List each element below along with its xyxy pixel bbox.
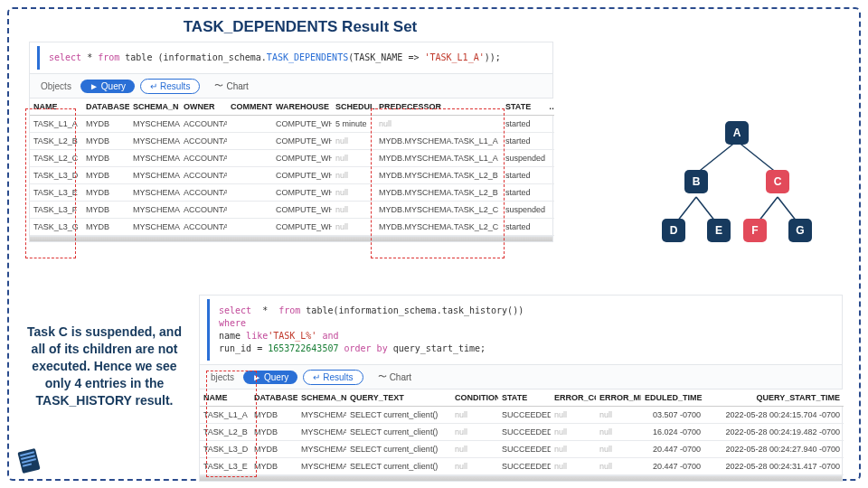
scrollbar-2[interactable] (200, 475, 842, 481)
col-header[interactable]: SCHEDULE (332, 99, 375, 116)
dependents-panel: select * from table (information_schema.… (29, 42, 553, 242)
table-row[interactable]: TASK_L3_GMYDBMYSCHEMAACCOUNTACOMPUTE_WHn… (30, 219, 554, 236)
table-row[interactable]: TASK_L1_AMYDBMYSCHEMAACCOUNTACOMPUTE_WH5… (30, 116, 554, 133)
history-panel: select * from table(information_schema.t… (199, 295, 843, 482)
svg-line-1 (737, 141, 778, 174)
table-row[interactable]: TASK_L3_FMYDBMYSCHEMAACCOUNTACOMPUTE_WHn… (30, 202, 554, 219)
explanation-text: Task C is suspended, and all of its chil… (25, 324, 184, 408)
col-header[interactable]: OWNER (180, 99, 227, 116)
col-header[interactable]: NAME (30, 99, 82, 116)
col-header[interactable]: NAME (200, 389, 250, 407)
objects-tab-2[interactable]: bjects (207, 371, 238, 384)
col-header[interactable]: SCHEMA_N (129, 99, 180, 116)
scrollbar[interactable] (30, 236, 552, 241)
play-icon: ► (252, 372, 261, 382)
chart-icon: 〜 (378, 371, 387, 383)
col-header[interactable]: CONDITION (451, 389, 498, 407)
chart-button[interactable]: 〜 Chart (205, 78, 257, 94)
toolbar-history: bjects ►Query ↵Results 〜 Chart (200, 364, 842, 389)
col-header[interactable]: QUERY_TEXT (346, 389, 451, 407)
toolbar-dependents: Objects ►Query ↵Results 〜 Chart (30, 73, 552, 99)
col-header[interactable]: DATABASE_ (250, 389, 297, 407)
svg-line-0 (696, 141, 737, 174)
node-g: G (788, 219, 812, 242)
table-row[interactable]: TASK_L3_EMYDBMYSCHEMASELECT current_clie… (200, 458, 844, 475)
chart-button-2[interactable]: 〜 Chart (369, 369, 420, 385)
col-header[interactable]: COMMENT (227, 99, 272, 116)
back-icon: ↵ (150, 81, 157, 91)
slide-frame: TASK_DEPENDENTS Result Set select * from… (7, 7, 861, 481)
node-f: F (743, 219, 767, 242)
history-table: NAMEDATABASE_SCHEMA_NQUERY_TEXTCONDITION… (200, 389, 844, 475)
col-header[interactable]: QUERY_START_TIME (704, 389, 844, 407)
sql-dependents: select * from table (information_schema.… (37, 46, 545, 70)
table-row[interactable]: TASK_L2_BMYDBMYSCHEMASELECT current_clie… (200, 424, 844, 441)
table-row[interactable]: TASK_L2_CMYDBMYSCHEMAACCOUNTACOMPUTE_WHn… (30, 150, 554, 167)
table-row[interactable]: TASK_L3_EMYDBMYSCHEMAACCOUNTACOMPUTE_WHn… (30, 184, 554, 202)
node-d: D (662, 219, 685, 242)
table-row[interactable]: TASK_L3_DMYDBMYSCHEMASELECT current_clie… (200, 441, 844, 458)
chart-icon: 〜 (214, 80, 223, 92)
back-icon: ↵ (313, 372, 320, 382)
col-header[interactable]: … (545, 99, 554, 116)
logo-icon (11, 443, 47, 479)
dependents-title: TASK_DEPENDENTS Result Set (165, 18, 436, 36)
col-header[interactable]: SCHEMA_N (297, 389, 346, 407)
col-header[interactable]: PREDECESSOR (375, 99, 502, 116)
dependents-table: NAMEDATABASE_SCHEMA_NOWNERCOMMENTWAREHOU… (30, 99, 554, 236)
table-row[interactable]: TASK_L2_BMYDBMYSCHEMAACCOUNTACOMPUTE_WHn… (30, 133, 554, 150)
col-header[interactable]: ERROR_ME (596, 389, 641, 407)
node-c: C (766, 170, 789, 193)
node-a: A (725, 121, 749, 145)
sql-history: select * from table(information_schema.t… (207, 299, 835, 361)
table-row[interactable]: TASK_L3_DMYDBMYSCHEMAACCOUNTACOMPUTE_WHn… (30, 167, 554, 184)
col-header[interactable]: WAREHOUSE (272, 99, 332, 116)
play-icon: ► (90, 81, 99, 91)
results-button-2[interactable]: ↵Results (303, 370, 363, 385)
query-button[interactable]: ►Query (80, 80, 135, 93)
query-button-2[interactable]: ►Query (243, 371, 297, 384)
table-row[interactable]: TASK_L1_AMYDBMYSCHEMASELECT current_clie… (200, 407, 844, 424)
objects-tab[interactable]: Objects (37, 80, 75, 93)
results-button[interactable]: ↵Results (140, 79, 200, 94)
col-header[interactable]: ERROR_CO (551, 389, 596, 407)
col-header[interactable]: DATABASE_ (82, 99, 129, 116)
node-e: E (707, 219, 731, 242)
col-header[interactable]: STATE (502, 99, 545, 116)
col-header[interactable]: EDULED_TIME (641, 389, 704, 407)
node-b: B (684, 170, 708, 193)
task-tree: A B C D E F G (642, 117, 832, 262)
col-header[interactable]: STATE (498, 389, 551, 407)
